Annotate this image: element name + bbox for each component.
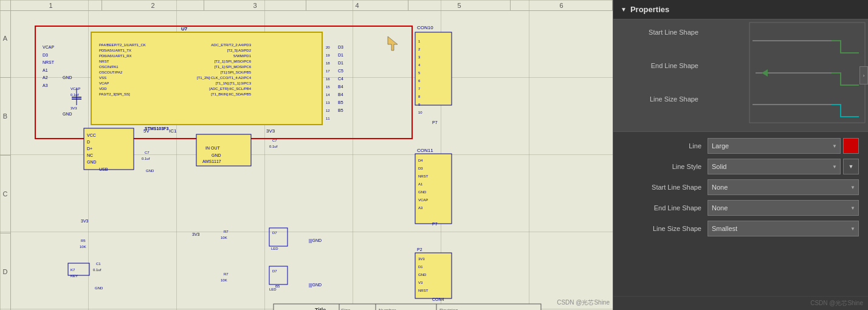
svg-text:1: 1 <box>418 40 421 43</box>
col-header-5: 5 <box>408 0 511 10</box>
line-label: Line <box>622 142 701 150</box>
svg-text:[T1]:SPI_SCK/PB5: [T1]:SPI_SCK/PB5 <box>221 71 252 74</box>
line-style-select[interactable]: Solid Dashed Dotted <box>708 159 841 174</box>
svg-text:|||GND: |||GND <box>309 283 322 288</box>
row-header-b: B <box>0 78 10 156</box>
svg-rect-12 <box>415 154 452 224</box>
start-line-shape-label: Start Line Shape <box>622 184 701 191</box>
col-header-3: 3 <box>204 0 306 10</box>
svg-text:GND: GND <box>418 190 427 194</box>
svg-text:IC1: IC1 <box>169 128 177 134</box>
shape-preview-svg <box>746 19 868 126</box>
start-line-shape-select[interactable]: None Arrow Circle Diamond <box>708 179 859 195</box>
line-color-swatch[interactable] <box>843 138 859 154</box>
svg-text:V3: V3 <box>418 281 423 284</box>
panel-title: Properties <box>630 5 669 14</box>
svg-text:Number: Number <box>379 308 396 310</box>
svg-text:3V3: 3V3 <box>266 128 275 134</box>
row-headers: A B C D <box>0 0 11 310</box>
svg-text:D3: D3 <box>43 53 48 57</box>
row-header-c: C <box>0 156 10 233</box>
schematic-content[interactable]: CON10 5V IN OUT GND AMS1117 IC1 3V3 CON1… <box>11 11 613 310</box>
svg-text:B5: B5 <box>338 108 343 112</box>
svg-text:A3: A3 <box>418 206 423 210</box>
svg-text:R5: R5 <box>81 239 86 243</box>
svg-text:VDD: VDD <box>99 87 107 91</box>
svg-rect-122 <box>415 253 452 298</box>
end-line-shape-select-wrapper[interactable]: None Arrow Circle Diamond <box>708 200 859 216</box>
line-select-wrapper[interactable]: Large Small Medium Extra Large <box>708 138 841 154</box>
svg-text:B4: B4 <box>338 84 343 89</box>
svg-text:3V3: 3V3 <box>192 232 200 236</box>
svg-text:17: 17 <box>326 69 330 73</box>
line-size-shape-label: Line Size Shape <box>622 225 701 232</box>
svg-text:VSS: VSS <box>99 76 106 80</box>
svg-text:VCAP: VCAP <box>43 45 54 49</box>
svg-text:ADC_ETR/T2_2:A4/PD3: ADC_ETR/T2_2:A4/PD3 <box>211 43 251 47</box>
svg-text:[T1_BKIN]:IIC_SDA/PB5: [T1_BKIN]:IIC_SDA/PB5 <box>211 92 251 96</box>
svg-text:10K: 10K <box>221 278 227 282</box>
end-line-shape-label: End Line Shape <box>622 204 701 212</box>
svg-text:12: 12 <box>326 109 330 112</box>
end-line-shape-select[interactable]: None Arrow Circle Diamond <box>708 200 859 216</box>
svg-text:Title: Title <box>315 307 326 310</box>
svg-text:GND: GND <box>212 153 221 157</box>
col-header-1: 1 <box>0 0 102 10</box>
svg-text:2: 2 <box>418 47 421 51</box>
svg-text:3: 3 <box>418 55 421 59</box>
svg-text:NRST: NRST <box>418 289 429 292</box>
svg-text:4: 4 <box>418 63 421 67</box>
svg-text:D1: D1 <box>418 265 423 269</box>
svg-text:5V: 5V <box>143 128 150 134</box>
svg-text:6: 6 <box>418 79 421 83</box>
collapse-arrow[interactable]: ▼ <box>621 6 627 13</box>
watermark: CSDN @光芯Shine <box>557 298 610 307</box>
svg-text:3V3: 3V3 <box>418 257 425 261</box>
svg-text:13: 13 <box>326 101 330 105</box>
svg-text:10K: 10K <box>80 245 86 249</box>
size-shape-label: Line Size Shape <box>613 95 698 103</box>
svg-text:D7: D7 <box>272 269 277 273</box>
row-header-a: A <box>0 0 10 78</box>
svg-text:GND: GND <box>87 160 97 164</box>
svg-text:PA3/T2_3[SPI_SS]: PA3/T2_3[SPI_SS] <box>99 92 130 96</box>
props-form: Line Large Small Medium Extra Large Line… <box>613 132 868 296</box>
line-style-select-wrapper[interactable]: Solid Dashed Dotted <box>708 159 841 174</box>
svg-rect-1 <box>91 32 322 125</box>
svg-rect-113 <box>269 228 288 246</box>
svg-text:0.1uf: 0.1uf <box>71 93 79 97</box>
panel-header: ▼ Properties <box>613 0 868 19</box>
svg-text:5: 5 <box>418 71 421 75</box>
line-select[interactable]: Large Small Medium Extra Large <box>708 138 841 154</box>
column-headers: 1 2 3 4 5 6 <box>0 0 613 11</box>
svg-rect-130 <box>274 304 541 310</box>
svg-text:C5: C5 <box>338 69 343 73</box>
svg-text:7: 7 <box>418 87 421 91</box>
svg-text:14: 14 <box>326 93 330 97</box>
line-style-extra[interactable]: ▼ <box>843 159 859 174</box>
svg-text:0.1uf: 0.1uf <box>269 145 278 148</box>
svg-text:VCAP: VCAP <box>71 87 80 91</box>
start-line-shape-select-wrapper[interactable]: None Arrow Circle Diamond <box>708 179 859 195</box>
svg-marker-142 <box>762 69 768 77</box>
svg-text:GND: GND <box>146 169 154 173</box>
svg-text:Revision: Revision <box>439 308 458 310</box>
svg-text:[T2_1]:SPI_MISO/PC6: [T2_1]:SPI_MISO/PC6 <box>215 60 252 63</box>
line-style-row: Line Style Solid Dashed Dotted ▼ <box>622 159 859 174</box>
svg-text:B5: B5 <box>338 100 343 105</box>
svg-text:PD5/A5/UART1_TX: PD5/A5/UART1_TX <box>99 49 131 52</box>
line-size-shape-select-wrapper[interactable]: Smallest Small Medium Large <box>708 221 859 236</box>
svg-text:VCAP: VCAP <box>99 81 109 85</box>
line-size-shape-select[interactable]: Smallest Small Medium Large <box>708 221 859 236</box>
panel-watermark: CSDN @光芯Shine <box>613 296 868 310</box>
svg-text:3V3: 3V3 <box>81 219 89 223</box>
svg-text:[T2_5]:A3/PD2: [T2_5]:A3/PD2 <box>227 49 252 52</box>
scroll-tab[interactable]: › <box>859 66 868 84</box>
svg-text:CON10: CON10 <box>417 25 433 30</box>
svg-text:9: 9 <box>418 103 421 106</box>
svg-text:IN   OUT: IN OUT <box>205 146 220 150</box>
schematic-area[interactable]: 1 2 3 4 5 6 A B C D CON10 <box>0 0 613 310</box>
svg-text:0.1uf: 0.1uf <box>93 268 102 272</box>
svg-text:[T1_1]:SPI_MOSI/PC6: [T1_1]:SPI_MOSI/PC6 <box>215 65 252 69</box>
svg-text:15: 15 <box>326 85 330 89</box>
